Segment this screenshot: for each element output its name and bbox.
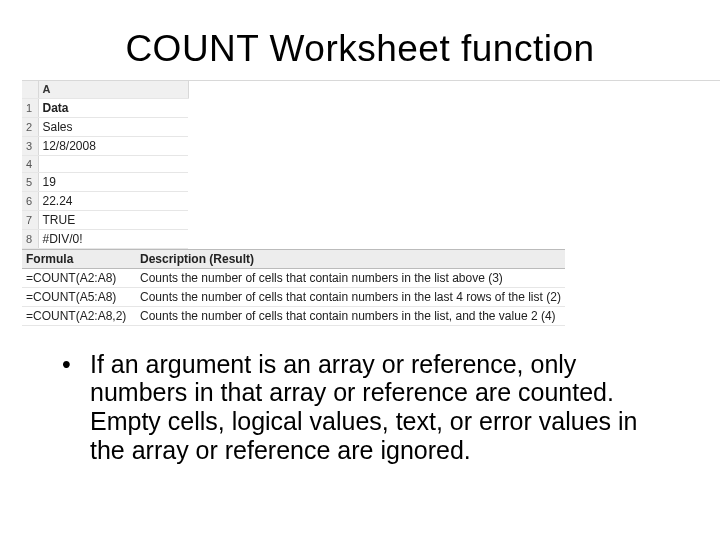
row-head: 4 [22, 155, 38, 172]
cell: Sales [38, 117, 188, 136]
formula-table: Formula Description (Result) =COUNT(A2:A… [22, 249, 565, 326]
row-head: 3 [22, 136, 38, 155]
data-table: A 1 Data 2 Sales 3 12/8/2008 4 5 19 [22, 81, 189, 249]
row-head: 8 [22, 229, 38, 248]
formula-header: Formula [22, 249, 136, 268]
spreadsheet-figure: A 1 Data 2 Sales 3 12/8/2008 4 5 19 [22, 80, 720, 326]
cell: #DIV/0! [38, 229, 188, 248]
bullet-item: • If an argument is an array or referenc… [62, 350, 670, 465]
description-cell: Counts the number of cells that contain … [136, 268, 565, 287]
bullet-list: • If an argument is an array or referenc… [62, 350, 670, 465]
formula-cell: =COUNT(A2:A8) [22, 268, 136, 287]
row-head: 2 [22, 117, 38, 136]
formula-cell: =COUNT(A2:A8,2) [22, 306, 136, 325]
row-head: 6 [22, 191, 38, 210]
cell: 12/8/2008 [38, 136, 188, 155]
row-head: 1 [22, 98, 38, 117]
formula-cell: =COUNT(A5:A8) [22, 287, 136, 306]
description-cell: Counts the number of cells that contain … [136, 287, 565, 306]
cell [38, 155, 188, 172]
bullet-dot: • [62, 350, 90, 379]
corner-cell [22, 81, 38, 98]
cell: Data [38, 98, 188, 117]
row-head: 7 [22, 210, 38, 229]
description-cell: Counts the number of cells that contain … [136, 306, 565, 325]
slide-title: COUNT Worksheet function [0, 28, 720, 70]
slide: COUNT Worksheet function A 1 Data 2 Sale… [0, 28, 720, 540]
row-head: 5 [22, 172, 38, 191]
description-header: Description (Result) [136, 249, 565, 268]
col-header-a: A [38, 81, 188, 98]
cell: TRUE [38, 210, 188, 229]
bullet-text: If an argument is an array or reference,… [90, 350, 670, 465]
cell: 22.24 [38, 191, 188, 210]
cell: 19 [38, 172, 188, 191]
